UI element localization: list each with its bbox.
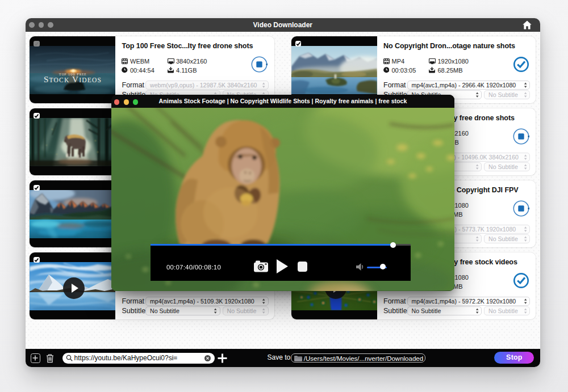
- svg-text:STOCK VIDEOS: STOCK VIDEOS: [44, 75, 102, 84]
